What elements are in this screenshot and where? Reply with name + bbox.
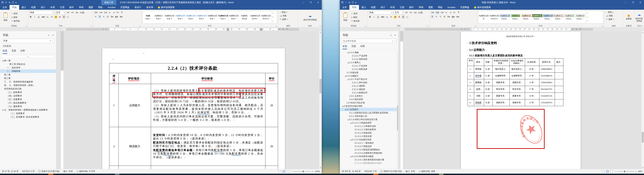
- format-painter-button[interactable]: ✎格式刷: [350, 20, 360, 23]
- strikethrough-icon[interactable]: abc: [380, 15, 384, 18]
- horizontal-ruler[interactable]: 6422468101214161820222426283032343638404…: [340, 28, 644, 31]
- tab-审阅[interactable]: 审阅: [76, 5, 86, 10]
- nav-item[interactable]: ◢3.1.3.1 订单接收管理: [340, 121, 398, 124]
- dialog-launcher-icon[interactable]: [26, 25, 28, 27]
- style-chip[interactable]: AaB标题 1: [142, 11, 153, 23]
- nav-close-icon[interactable]: ✕: [394, 34, 396, 36]
- nav-item[interactable]: （三）财务要求: [0, 90, 56, 94]
- hanging-indent-marker[interactable]: △: [471, 29, 472, 31]
- right-indent-marker[interactable]: △: [273, 29, 274, 31]
- nav-item[interactable]: ◢2.1.4 臻男人: [340, 61, 398, 64]
- undo-icon[interactable]: ↶: [345, 2, 347, 4]
- nav-tab-结果[interactable]: 结果: [20, 49, 25, 54]
- bold-icon[interactable]: B: [29, 15, 32, 18]
- status-segment[interactable]: 8/37014 个字: [22, 170, 35, 173]
- sort-icon[interactable]: A↕: [453, 11, 456, 14]
- nav-item[interactable]: 2.1.4.1 产品清单: [340, 64, 398, 68]
- align-left-icon[interactable]: ≡: [94, 15, 97, 18]
- status-segment[interactable]: 简体中文(中国大陆): [38, 170, 60, 173]
- dialog-launcher-icon[interactable]: [475, 25, 476, 27]
- nav-item[interactable]: 3.1.3.2.2 审核流程: [340, 145, 398, 148]
- nav-item[interactable]: ◢3.1.3.2 信息核对流程: [340, 138, 398, 141]
- nav-item[interactable]: ◢第一卷: [0, 59, 56, 62]
- style-chip[interactable]: AaBbCd内容块-...: [564, 11, 575, 23]
- clear-format-icon[interactable]: A⌫: [418, 11, 423, 14]
- tab-绘图[interactable]: 绘图: [368, 5, 378, 10]
- nav-options-icon[interactable]: ∨: [48, 34, 50, 36]
- read-mode-icon[interactable]: [278, 170, 281, 172]
- expand-icon[interactable]: ◢: [344, 109, 346, 110]
- nav-item[interactable]: ◢3.1.3 内部订单全流程运营方案: [340, 118, 398, 121]
- tab-文件[interactable]: 文件: [340, 5, 350, 10]
- nav-item[interactable]: 3.1.3.1.4 系统支撑: [340, 134, 398, 138]
- nav-item[interactable]: （七）服务要求: [0, 104, 56, 108]
- tab-绘图[interactable]: 绘图: [29, 5, 38, 10]
- nav-item[interactable]: 2.3.1.1 押牛街村: [340, 81, 398, 84]
- align-center-icon[interactable]: ≡: [435, 15, 438, 18]
- hanging-indent-marker[interactable]: △: [124, 29, 126, 31]
- expand-icon[interactable]: ◢: [347, 62, 349, 63]
- cut-button[interactable]: ✂剪切: [11, 12, 20, 15]
- gallery-down-icon[interactable]: ▼: [586, 15, 588, 19]
- save-to-baidu-button[interactable]: ☁ 保存到百度网盘: [299, 11, 321, 24]
- decrease-indent-icon[interactable]: ⇤: [108, 11, 111, 14]
- superscript-icon[interactable]: x²: [390, 15, 393, 18]
- status-segment[interactable]: 修订: 关闭: [63, 170, 73, 173]
- minimize-button[interactable]: ─: [300, 0, 307, 5]
- expand-icon[interactable]: ◢: [350, 122, 352, 124]
- expand-icon[interactable]: ◢: [342, 106, 344, 107]
- grow-font-icon[interactable]: A˄: [405, 11, 408, 14]
- increase-indent-icon[interactable]: ⇥: [449, 11, 452, 14]
- style-chip[interactable]: AaBbCcDdI表内正文: [489, 11, 500, 23]
- tab-视图[interactable]: 视图: [86, 5, 96, 10]
- scroll-up-icon[interactable]: ▲: [320, 31, 321, 34]
- close-button[interactable]: ✕: [314, 0, 322, 5]
- select-button[interactable]: ⇱选择▾: [279, 18, 297, 21]
- nav-item[interactable]: 3.1.3.2.1 一致性核对: [340, 141, 398, 145]
- shading-icon[interactable]: ▨▾: [115, 15, 118, 18]
- dialog-launcher-icon[interactable]: [139, 25, 141, 27]
- nav-item[interactable]: 二、 详细评审: [0, 70, 56, 73]
- justify-icon[interactable]: ☰: [443, 15, 446, 18]
- style-chip[interactable]: AaBbCcD标题 6: [196, 11, 207, 23]
- nav-item[interactable]: 2.3.1.4 购置合同: [340, 91, 398, 94]
- tell-me-search[interactable]: 操作说明搜索: [474, 5, 491, 10]
- close-button[interactable]: ✕: [637, 0, 644, 5]
- search-dropdown-icon[interactable]: ˅: [52, 40, 53, 42]
- nav-item[interactable]: 2.1.3.2 销售发票: [340, 58, 398, 61]
- style-chip[interactable]: AaBbCcL内容块-...: [553, 11, 564, 23]
- select-button[interactable]: ⇱选择▾: [606, 18, 622, 21]
- minimize-button[interactable]: ─: [622, 0, 629, 5]
- style-chip[interactable]: AaBbCcD表内列...: [250, 11, 260, 23]
- maximize-button[interactable]: ❐: [307, 0, 314, 5]
- nav-item[interactable]: （五）信誉要求: [0, 98, 56, 101]
- status-segment[interactable]: 5/63245 个字: [364, 170, 377, 173]
- status-segment[interactable]: 辅助功能: 不可用: [76, 170, 95, 173]
- paste-button[interactable]: 粘贴: [1, 11, 10, 24]
- vertical-ruler[interactable]: [400, 31, 403, 169]
- nav-tab-标题[interactable]: 标题: [342, 45, 347, 49]
- style-chip[interactable]: AaBbCcD标题 4: [175, 11, 186, 23]
- document-canvas[interactable]: 盘锦利源服装有限公司-投标文件 3 技术评分响应资料 3.1 运营能力 3.1.…: [398, 31, 641, 169]
- shrink-font-icon[interactable]: A˅: [410, 11, 413, 14]
- nav-item[interactable]: 3.1.3.1.1 订单操作流程: [340, 124, 398, 128]
- shrink-font-icon[interactable]: A˅: [71, 11, 74, 14]
- show-marks-icon[interactable]: ¶: [120, 11, 123, 14]
- nav-item[interactable]: 3.1.3.2.3 配送区域范围验证: [340, 148, 398, 151]
- vertical-scrollbar[interactable]: ▲ ▼: [319, 31, 322, 169]
- nav-search-box[interactable]: ✕˅: [2, 39, 54, 43]
- tab-视图[interactable]: 视图: [426, 5, 435, 10]
- nav-item[interactable]: 第三章 评标办法: [0, 62, 56, 66]
- expand-icon[interactable]: ◢: [2, 60, 4, 61]
- find-button[interactable]: ⌕查找▾: [606, 11, 622, 14]
- read-mode-icon[interactable]: [602, 170, 604, 172]
- gallery-more-icon[interactable]: ⊽: [586, 19, 588, 23]
- search-input[interactable]: [3, 40, 48, 42]
- zoom-handle[interactable]: [303, 170, 304, 172]
- gallery-up-icon[interactable]: ▲: [272, 11, 274, 15]
- tab-开始[interactable]: 开始: [10, 5, 19, 10]
- nav-item[interactable]: 3.1.3.1.3 校验流程: [340, 131, 398, 134]
- nav-scroll-top-bar[interactable]: ▲: [2, 55, 54, 58]
- tab-表设计[interactable]: 表设计: [132, 5, 144, 10]
- replace-button[interactable]: ab替换: [606, 14, 622, 18]
